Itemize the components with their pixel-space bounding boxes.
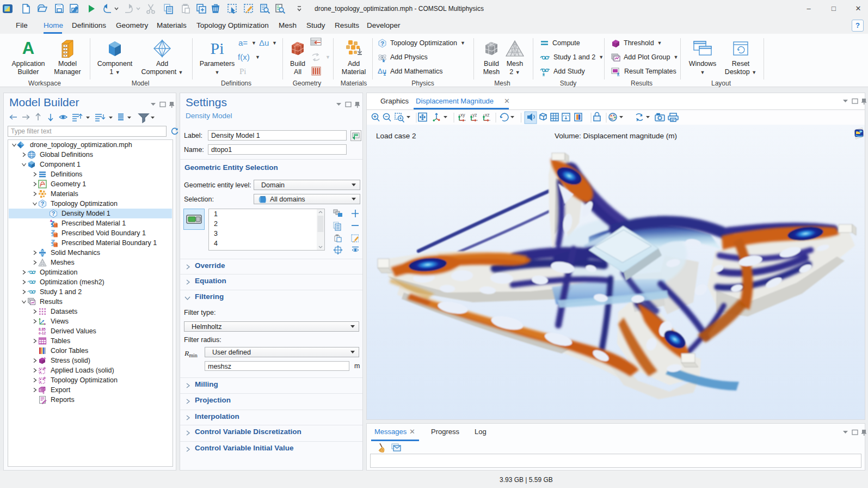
svg-text:8.85: 8.85	[39, 327, 46, 331]
svg-text:e-12: e-12	[39, 331, 46, 335]
svg-text:a=: a=	[238, 39, 248, 47]
svg-text:Pi: Pi	[210, 39, 224, 57]
svg-text:?: ?	[52, 210, 55, 217]
svg-text:xy: xy	[460, 112, 465, 118]
svg-text:yz: yz	[472, 112, 477, 118]
svg-text:xz: xz	[485, 112, 490, 118]
svg-text:?: ?	[41, 200, 44, 207]
svg-text:?: ?	[380, 40, 384, 46]
svg-text:Δu: Δu	[259, 39, 269, 47]
svg-text:f(x): f(x)	[238, 52, 250, 62]
svg-text:Pi: Pi	[239, 67, 247, 76]
svg-text:A: A	[22, 39, 34, 58]
